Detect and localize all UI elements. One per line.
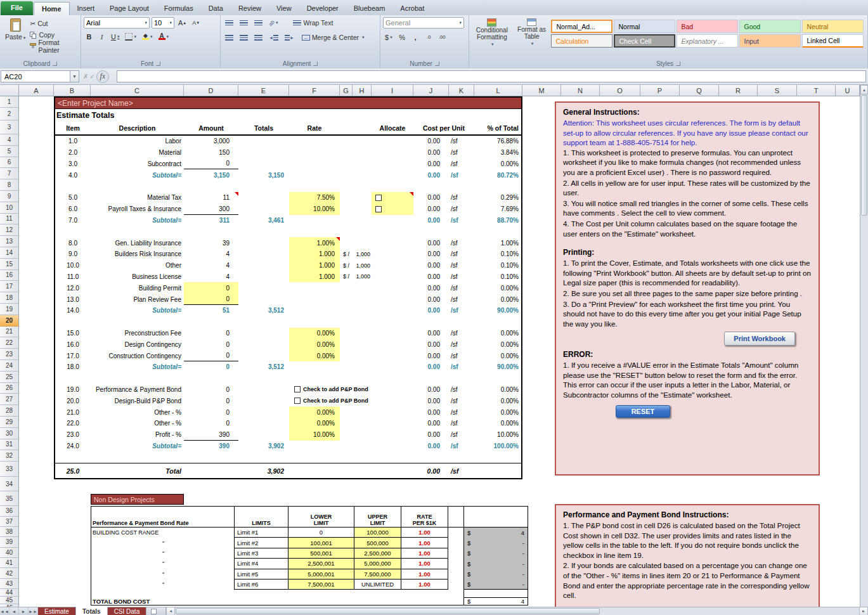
cell[interactable] <box>340 294 353 305</box>
cell[interactable]: Other <box>91 260 184 271</box>
allocate-checkbox[interactable] <box>375 206 382 212</box>
cell[interactable]: 390 <box>184 441 238 452</box>
row-header-42[interactable]: 42 <box>0 568 19 578</box>
cell[interactable]: 0.00 <box>413 463 449 478</box>
increase-decimal-button[interactable]: .0 <box>424 32 434 42</box>
cell[interactable]: 0.00 <box>413 328 449 339</box>
cell[interactable]: 0.00% <box>474 282 521 294</box>
cell[interactable] <box>372 147 413 159</box>
cell[interactable]: $ / <box>340 249 353 260</box>
row-header-18[interactable]: 18 <box>0 292 19 304</box>
cell[interactable]: 8.0 <box>55 237 91 249</box>
cell[interactable]: 1.00 <box>401 569 448 579</box>
paste-button[interactable]: Paste▾ <box>3 17 28 59</box>
cell[interactable]: 0 <box>184 159 238 170</box>
cell[interactable] <box>372 406 413 418</box>
cell[interactable] <box>464 507 528 528</box>
cell[interactable] <box>372 237 413 249</box>
cell[interactable] <box>288 590 354 597</box>
cell[interactable]: 0.00 <box>413 418 449 429</box>
cell[interactable] <box>238 226 289 237</box>
cell[interactable] <box>353 237 372 249</box>
cell[interactable]: 90.00% <box>474 361 521 373</box>
column-header-F[interactable]: F <box>289 85 340 96</box>
cell[interactable]: UPPERLIMIT <box>354 507 401 528</box>
cell[interactable]: TOTAL BOND COST <box>91 597 235 605</box>
cell[interactable]: /sf <box>449 384 474 396</box>
format-as-table-button[interactable]: Format as Table▾ <box>514 17 550 59</box>
cell-style-explanatory[interactable]: Explanatory ... <box>677 34 738 48</box>
cell[interactable] <box>289 181 340 192</box>
cell[interactable]: 3,512 <box>238 361 289 373</box>
horizontal-scroll-thumb[interactable] <box>176 608 600 614</box>
row-header-28[interactable]: 28 <box>0 405 19 417</box>
column-header-Q[interactable]: Q <box>680 85 719 96</box>
previous-sheet-button[interactable]: ◄ <box>10 607 19 615</box>
cell[interactable] <box>289 441 340 452</box>
cell[interactable] <box>184 373 238 384</box>
conditional-formatting-button[interactable]: Conditional Formatting▾ <box>472 17 512 59</box>
row-header-12[interactable]: 12 <box>0 224 19 236</box>
styles-dialog-launcher[interactable] <box>676 62 680 66</box>
cell[interactable]: 14.0 <box>55 305 91 316</box>
cell[interactable] <box>340 350 353 361</box>
cell[interactable]: /sf <box>449 361 474 373</box>
cell[interactable] <box>448 569 464 579</box>
cell[interactable] <box>401 590 448 597</box>
cell[interactable] <box>464 590 528 597</box>
cell[interactable] <box>372 451 413 463</box>
cell[interactable]: 0 <box>184 384 238 396</box>
cell[interactable]: 0.00 <box>413 361 449 373</box>
cell-style-check[interactable]: Check Cell <box>614 34 675 48</box>
cell[interactable] <box>372 294 413 305</box>
cell[interactable] <box>372 159 413 170</box>
column-header-D[interactable]: D <box>184 85 238 96</box>
cell[interactable]: /sf <box>449 395 474 406</box>
row-header-39[interactable]: 39 <box>0 537 19 547</box>
cell[interactable] <box>55 181 91 192</box>
cell[interactable]: 4.0 <box>55 169 91 181</box>
row-header-43[interactable]: 43 <box>0 579 19 589</box>
column-header-M[interactable]: M <box>522 85 561 96</box>
cell[interactable] <box>353 122 372 134</box>
cell[interactable]: 0 <box>184 418 238 429</box>
ribbon-tab-data[interactable]: Data <box>201 2 231 15</box>
row-header-11[interactable]: 11 <box>0 214 19 225</box>
cell[interactable] <box>353 463 372 478</box>
cell[interactable]: LIMITS <box>235 507 288 528</box>
cell[interactable] <box>238 429 289 441</box>
cell[interactable]: 1,000 <box>353 260 372 271</box>
cell[interactable]: 18.0 <box>55 361 91 373</box>
cell[interactable] <box>401 597 448 605</box>
cell[interactable]: 17.0 <box>55 350 91 361</box>
cell[interactable] <box>372 305 413 316</box>
cell[interactable] <box>353 169 372 181</box>
cell[interactable]: Limit #1 <box>235 528 288 538</box>
cell[interactable]: 0.00% <box>289 418 340 429</box>
row-header-14[interactable]: 14 <box>0 247 19 259</box>
cell[interactable] <box>289 147 340 159</box>
cell[interactable]: 16.0 <box>55 339 91 350</box>
cell[interactable] <box>448 528 464 538</box>
cell[interactable] <box>55 226 91 237</box>
cell[interactable]: 4 <box>184 260 238 271</box>
cell[interactable] <box>91 316 184 328</box>
cell[interactable]: 10.00% <box>289 204 340 215</box>
pp-bond-checkbox[interactable] <box>294 386 301 392</box>
cell[interactable] <box>372 226 413 237</box>
cell[interactable]: 0 <box>184 395 238 406</box>
cell[interactable] <box>413 373 449 384</box>
cell[interactable] <box>340 328 353 339</box>
cell[interactable] <box>474 373 521 384</box>
cell[interactable] <box>91 226 184 237</box>
row-header-34[interactable]: 34 <box>0 477 19 491</box>
cell[interactable]: Design-Build P&P Bond <box>91 395 184 406</box>
cell[interactable] <box>238 271 289 283</box>
cell[interactable]: Builders Risk Insurance <box>91 249 184 260</box>
cell[interactable] <box>448 597 464 605</box>
cell[interactable]: Subtotal= <box>91 169 184 181</box>
cell[interactable]: 19.0 <box>55 384 91 396</box>
cell[interactable] <box>289 136 340 147</box>
row-header-22[interactable]: 22 <box>0 337 19 349</box>
cell[interactable]: 0.00 <box>413 384 449 396</box>
